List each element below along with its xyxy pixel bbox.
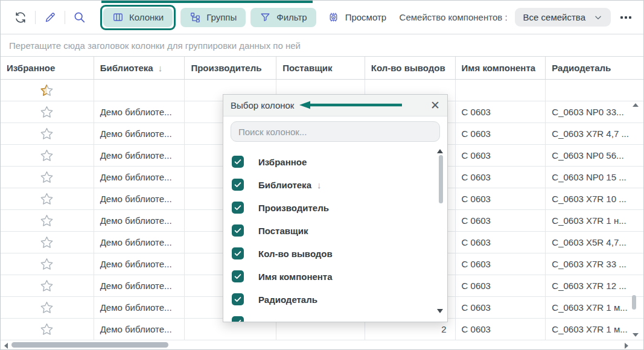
component-name-cell: C 0603 bbox=[456, 275, 546, 296]
column-search-box bbox=[231, 121, 440, 142]
favorite-cell[interactable] bbox=[1, 145, 94, 166]
preview-icon bbox=[327, 11, 340, 24]
scroll-left-icon[interactable] bbox=[4, 343, 8, 349]
column-chooser-item[interactable]: Имя компонента bbox=[223, 265, 447, 288]
checkbox-checked-icon[interactable] bbox=[232, 224, 244, 237]
column-search-input[interactable] bbox=[231, 127, 439, 137]
groups-button[interactable]: Группы bbox=[180, 8, 246, 27]
component-family-select[interactable]: Все семейства bbox=[515, 8, 611, 27]
star-outline-icon bbox=[40, 322, 54, 336]
checkbox-checked-icon[interactable] bbox=[232, 179, 244, 191]
favorite-cell[interactable] bbox=[1, 101, 94, 122]
library-cell: Демо библиоте... bbox=[94, 123, 185, 144]
favorite-cell[interactable] bbox=[1, 210, 94, 231]
vertical-scrollbar-thumb[interactable] bbox=[632, 295, 636, 310]
popup-scrollbar-thumb[interactable] bbox=[439, 155, 443, 203]
group-by-panel[interactable]: Перетащите сюда заголовок колонки для гр… bbox=[1, 34, 643, 57]
component-name-cell: C 0603 bbox=[456, 319, 546, 340]
column-header-5[interactable]: Кол-во выводов bbox=[365, 57, 456, 79]
edit-button[interactable] bbox=[42, 10, 58, 25]
column-chooser-dialog: Выбор колонок ✕ ИзбранноеБиблиотека↓Прои… bbox=[223, 94, 448, 322]
column-chooser-header[interactable]: Выбор колонок ✕ bbox=[223, 95, 447, 116]
library-cell: Демо библиоте... bbox=[94, 101, 185, 122]
component-family-label: Семейство компонентов : bbox=[400, 12, 508, 22]
column-header-label: Имя компонента bbox=[462, 63, 536, 73]
checkbox-checked-icon[interactable] bbox=[232, 270, 244, 282]
part-cell: C_0603 NP0 33... bbox=[546, 101, 643, 122]
groups-button-label: Группы bbox=[206, 12, 237, 22]
favorite-cell[interactable] bbox=[1, 297, 94, 318]
checkbox-checked-icon[interactable] bbox=[232, 202, 244, 214]
column-chooser-item[interactable]: Кол-во выводов bbox=[223, 242, 447, 265]
table-header: ИзбранноеБиблиотека↓ПроизводительПоставщ… bbox=[1, 57, 643, 80]
more-options-button[interactable] bbox=[619, 13, 633, 22]
group-by-hint: Перетащите сюда заголовок колонки для гр… bbox=[9, 40, 301, 51]
favorite-cell[interactable] bbox=[1, 275, 94, 296]
preview-button-label: Просмотр bbox=[345, 12, 387, 22]
column-header-2[interactable]: Библиотека↓ bbox=[94, 57, 185, 79]
column-chooser-item[interactable]: Радиодеталь bbox=[223, 288, 447, 311]
columns-button[interactable]: Колонки bbox=[103, 8, 173, 27]
popup-scroll-down-icon[interactable] bbox=[437, 309, 443, 313]
star-outline-icon bbox=[40, 257, 54, 271]
favorite-cell[interactable] bbox=[1, 319, 94, 340]
checkbox-checked-icon[interactable] bbox=[232, 316, 244, 322]
scroll-up-icon[interactable] bbox=[633, 103, 639, 107]
checkbox-checked-icon[interactable] bbox=[232, 247, 244, 259]
filter-button[interactable]: Фильтр bbox=[250, 8, 316, 27]
more-options-icon bbox=[625, 16, 627, 19]
column-chooser-item[interactable]: Избранное bbox=[223, 150, 447, 173]
toolbar-divider bbox=[35, 11, 36, 24]
library-cell bbox=[94, 80, 185, 101]
refresh-button[interactable] bbox=[13, 10, 28, 25]
column-chooser-item[interactable]: Поставщик bbox=[223, 219, 447, 242]
favorite-cell[interactable] bbox=[1, 123, 94, 144]
column-chooser-item[interactable] bbox=[223, 311, 447, 322]
favorite-cell[interactable] bbox=[1, 232, 94, 253]
part-cell: C_0603 NP0 56... bbox=[546, 145, 643, 166]
column-chooser-item[interactable]: Производитель bbox=[223, 196, 447, 219]
favorite-cell[interactable] bbox=[1, 253, 94, 275]
search-button[interactable] bbox=[72, 10, 88, 25]
component-library-window: Колонки Группы Фильтр Просмотр bbox=[0, 0, 644, 350]
column-chooser-item-label: Библиотека bbox=[258, 180, 311, 190]
horizontal-scrollbar-thumb[interactable] bbox=[11, 342, 168, 348]
favorite-cell[interactable] bbox=[1, 80, 94, 101]
part-cell: C_0603 X7R 12 ... bbox=[546, 275, 643, 296]
sort-descending-icon: ↓ bbox=[317, 180, 322, 190]
favorite-cell[interactable] bbox=[1, 188, 94, 209]
library-cell: Демо библиоте... bbox=[94, 232, 185, 253]
column-header-4[interactable]: Поставщик bbox=[276, 57, 365, 79]
columns-button-label: Колонки bbox=[129, 12, 164, 22]
component-name-cell: C 0603 bbox=[456, 167, 546, 188]
part-cell: C_0603 X7R 4,7 ... bbox=[546, 123, 643, 144]
scroll-down-icon[interactable] bbox=[633, 333, 639, 337]
column-chooser-item-label: Поставщик bbox=[258, 226, 308, 236]
component-name-cell: C 0603 bbox=[456, 145, 546, 166]
component-name-cell: C 0603 bbox=[456, 232, 546, 253]
preview-button[interactable]: Просмотр bbox=[321, 8, 393, 27]
checkbox-checked-icon[interactable] bbox=[232, 156, 244, 168]
popup-scroll-up-icon[interactable] bbox=[437, 149, 443, 153]
scroll-right-icon[interactable] bbox=[625, 343, 628, 349]
favorite-cell[interactable] bbox=[1, 167, 94, 188]
column-chooser-item-label: Радиодеталь bbox=[258, 294, 317, 305]
checkbox-checked-icon[interactable] bbox=[232, 293, 244, 305]
component-name-cell: C 0603 bbox=[456, 101, 546, 122]
horizontal-scrollbar[interactable] bbox=[1, 342, 643, 349]
chevron-down-icon bbox=[594, 13, 602, 22]
column-chooser-title: Выбор колонок bbox=[231, 100, 294, 110]
column-chooser-item[interactable]: Библиотека↓ bbox=[223, 173, 447, 196]
column-header-6[interactable]: Имя компонента bbox=[456, 57, 546, 79]
library-cell: Демо библиоте... bbox=[94, 319, 185, 340]
columns-icon bbox=[112, 11, 124, 23]
close-icon[interactable]: ✕ bbox=[430, 100, 440, 111]
star-outline-icon bbox=[40, 235, 54, 249]
column-chooser-item-label: Производитель bbox=[258, 203, 329, 213]
filter-button-label: Фильтр bbox=[276, 12, 307, 22]
filter-icon bbox=[260, 11, 271, 23]
column-header-7[interactable]: Радиодеталь bbox=[546, 57, 643, 79]
library-cell: Демо библиоте... bbox=[94, 188, 185, 209]
column-header-1[interactable]: Избранное bbox=[1, 57, 94, 79]
column-header-3[interactable]: Производитель bbox=[185, 57, 276, 79]
